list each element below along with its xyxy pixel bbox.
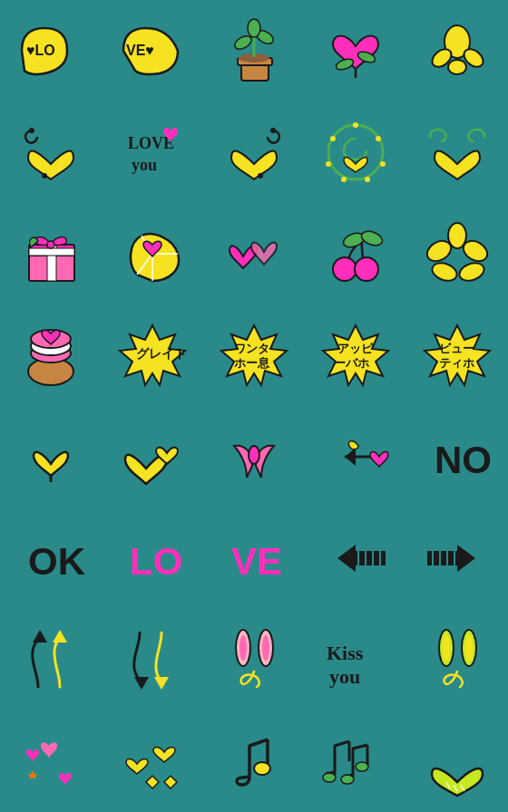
- svg-point-91: [465, 635, 473, 661]
- svg-point-97: [254, 762, 270, 775]
- svg-text:アッピ: アッピ: [337, 342, 374, 355]
- cell-r7c1: [0, 609, 102, 710]
- svg-point-85: [262, 635, 269, 661]
- cell-r1c4: [305, 0, 406, 102]
- svg-marker-79: [53, 630, 67, 643]
- svg-marker-93: [146, 776, 159, 788]
- cell-r8c5: [406, 710, 508, 812]
- svg-text:LO: LO: [130, 540, 182, 583]
- svg-text:VE♥: VE♥: [126, 43, 154, 58]
- svg-text:ティホ: ティホ: [439, 356, 474, 370]
- svg-point-90: [443, 635, 450, 661]
- svg-marker-53: [323, 325, 388, 385]
- cell-r6c1: OK: [0, 508, 102, 609]
- cell-r1c2: VE♥: [102, 0, 203, 102]
- svg-point-15: [448, 60, 466, 74]
- cell-r4c3: ワンタ ホー息: [203, 304, 305, 406]
- cell-r7c3: [203, 609, 305, 710]
- cell-r6c2: LO: [102, 508, 203, 609]
- cell-r8c3: [203, 710, 305, 812]
- cell-r3c1: [0, 203, 102, 304]
- cell-r5c2: [102, 406, 203, 508]
- cell-r8c2: [102, 710, 203, 812]
- cell-r7c4: Kiss you: [305, 609, 406, 710]
- svg-text:VE: VE: [231, 540, 282, 583]
- svg-marker-73: [457, 545, 475, 572]
- cell-r6c4: [305, 508, 406, 609]
- svg-text:ワンタ: ワンタ: [234, 342, 269, 355]
- svg-point-43: [456, 260, 485, 284]
- svg-marker-56: [425, 325, 490, 385]
- cell-r6c3: VE: [203, 508, 305, 609]
- svg-point-102: [323, 773, 336, 782]
- svg-line-95: [249, 740, 268, 746]
- svg-marker-92: [27, 770, 38, 779]
- cell-r8c4: [305, 710, 406, 812]
- svg-marker-94: [164, 776, 177, 788]
- svg-marker-50: [221, 325, 287, 385]
- cell-r4c1: [0, 304, 102, 406]
- cell-r5c1: [0, 406, 102, 508]
- svg-point-38: [355, 257, 378, 281]
- cell-r8c1: [0, 710, 102, 812]
- cell-r1c3: [203, 0, 305, 102]
- cell-r3c4: [305, 203, 406, 304]
- svg-point-34: [47, 241, 54, 248]
- svg-point-21: [258, 173, 263, 179]
- svg-point-20: [270, 128, 276, 133]
- svg-text:グレイト: グレイト: [136, 346, 187, 361]
- svg-text:you: you: [329, 665, 360, 688]
- cell-r3c2: [102, 203, 203, 304]
- cell-r5c4: [305, 406, 406, 508]
- svg-point-103: [341, 775, 354, 784]
- svg-point-104: [356, 762, 368, 771]
- svg-point-24: [376, 136, 381, 141]
- cell-r7c5: [406, 609, 508, 710]
- svg-point-28: [326, 161, 331, 167]
- cell-r2c1: [0, 102, 102, 203]
- svg-point-37: [333, 257, 357, 281]
- cell-r2c3: [203, 102, 305, 203]
- svg-text:♥LO: ♥LO: [26, 43, 55, 58]
- svg-marker-78: [33, 630, 47, 643]
- svg-point-84: [239, 635, 247, 661]
- svg-text:OK: OK: [28, 540, 85, 583]
- svg-point-25: [380, 161, 386, 167]
- svg-marker-61: [345, 448, 356, 466]
- cell-r4c4: アッピ ーバホ: [305, 304, 406, 406]
- cell-r2c2: LOVE you: [102, 102, 203, 203]
- svg-text:ビュー: ビュー: [439, 342, 474, 355]
- svg-rect-33: [29, 248, 74, 256]
- cell-r7c2: [102, 609, 203, 710]
- cell-r2c4: [305, 102, 406, 203]
- svg-text:ホー息: ホー息: [234, 356, 270, 370]
- svg-text:NO: NO: [435, 439, 492, 481]
- svg-point-29: [330, 136, 336, 141]
- cell-r1c5: [406, 0, 508, 102]
- svg-text:you: you: [132, 156, 157, 174]
- svg-point-23: [353, 122, 358, 128]
- cell-r1c1: ♥LO: [0, 0, 102, 102]
- svg-point-36: [359, 228, 384, 247]
- svg-text:Kiss: Kiss: [327, 642, 364, 664]
- svg-line-98: [335, 741, 349, 746]
- cell-r4c5: ビュー ティホ: [406, 304, 508, 406]
- svg-text:ーバホ: ーバホ: [334, 356, 369, 370]
- cell-r5c3: [203, 406, 305, 508]
- svg-marker-80: [134, 677, 149, 690]
- svg-point-26: [365, 177, 370, 182]
- svg-point-60: [249, 446, 259, 464]
- svg-point-17: [42, 173, 47, 179]
- cell-r6c5: [406, 508, 508, 609]
- svg-line-100: [353, 745, 367, 749]
- cell-r3c5: [406, 203, 508, 304]
- svg-point-16: [29, 128, 34, 133]
- cell-r2c5: [406, 102, 508, 203]
- svg-point-27: [341, 177, 347, 182]
- cell-r4c2: グレイト: [102, 304, 203, 406]
- svg-point-42: [429, 260, 458, 284]
- svg-point-8: [248, 19, 260, 37]
- svg-point-10: [335, 57, 355, 72]
- svg-marker-81: [154, 677, 169, 690]
- cell-r3c3: [203, 203, 305, 304]
